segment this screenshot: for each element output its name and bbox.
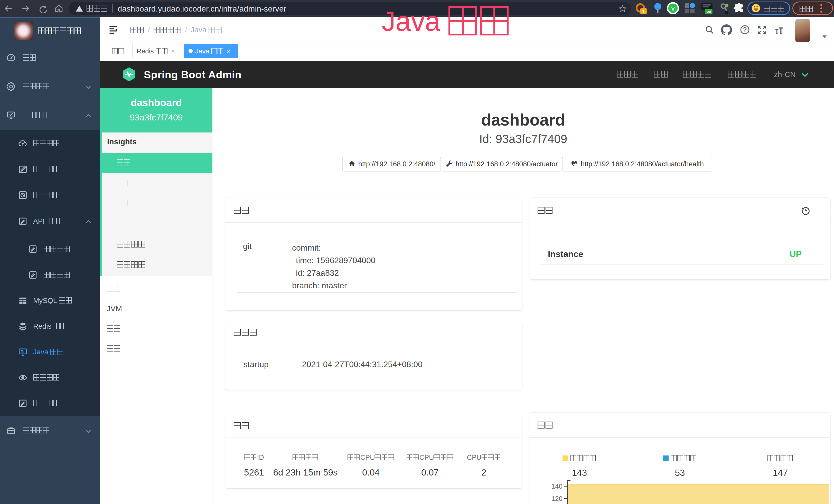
svg-text:1: 1: [642, 9, 645, 14]
svg-text:on: on: [707, 9, 711, 14]
